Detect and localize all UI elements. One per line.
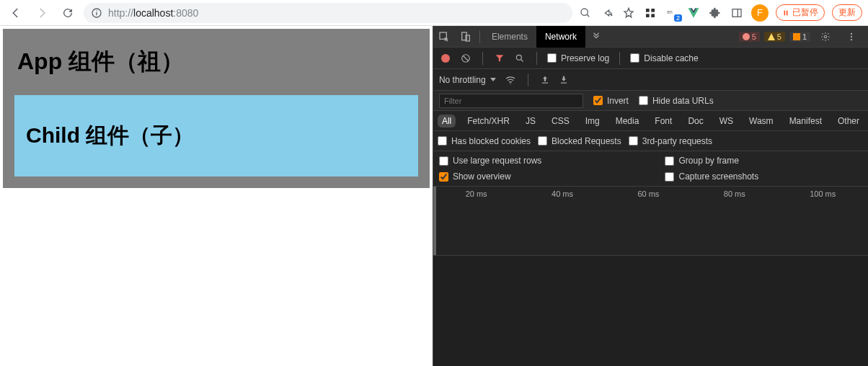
svg-rect-6 [651,9,655,12]
network-toolbar: Preserve log Disable cache [433,48,868,69]
upload-har-icon[interactable] [540,75,550,85]
devtools-tabbar: Elements Network 5 5 1 [433,26,868,48]
blocked-requests-checkbox[interactable]: Blocked Requests [538,136,621,146]
type-media[interactable]: Media [611,115,644,128]
type-css[interactable]: CSS [547,115,574,128]
reload-button[interactable] [58,3,78,23]
type-img[interactable]: Img [581,115,604,128]
back-button[interactable] [6,3,26,23]
search-icon[interactable] [513,52,526,65]
type-all[interactable]: All [438,115,456,128]
clear-icon[interactable] [459,52,472,65]
svg-point-3 [581,9,588,15]
side-panel-icon[interactable] [730,6,744,20]
svg-text:en: en [667,9,673,14]
more-tabs-icon[interactable] [585,26,607,48]
child-title: Child 组件（子） [26,121,407,151]
type-js[interactable]: JS [521,115,540,128]
svg-rect-8 [651,14,655,17]
page-viewport: App 组件（祖） Child 组件（子） [0,26,433,366]
svg-rect-7 [646,14,650,17]
child-component: Child 组件（子） [14,95,418,177]
type-other[interactable]: Other [833,115,864,128]
filter-input[interactable] [439,94,583,108]
tick-label: 100 ms [810,189,836,198]
svg-point-17 [743,33,750,40]
svg-rect-12 [784,10,786,15]
inspect-icon[interactable] [433,26,455,48]
extension-grid-icon[interactable] [643,6,657,20]
pause-icon [782,9,789,17]
type-ws[interactable]: WS [715,115,738,128]
debugger-paused-chip[interactable]: 已暂停 [776,4,825,21]
group-frame-checkbox[interactable]: Group by frame [665,156,862,166]
svg-rect-28 [542,82,548,83]
record-button[interactable] [439,52,452,65]
settings-gear-icon[interactable] [815,26,836,48]
svg-line-4 [587,14,589,17]
type-doc[interactable]: Doc [683,115,707,128]
share-icon[interactable] [600,6,614,20]
svg-rect-10 [732,9,741,17]
extensions-icon[interactable] [708,6,722,20]
tick-label: 60 ms [637,189,659,198]
type-wasm[interactable]: Wasm [745,115,778,128]
third-party-checkbox[interactable]: 3rd-party requests [629,136,712,146]
throttling-select[interactable]: No throttling [439,75,496,85]
svg-point-25 [516,55,521,60]
type-manifest[interactable]: Manifest [785,115,826,128]
svg-line-24 [463,55,468,61]
profile-avatar[interactable]: F [751,4,769,22]
browser-toolbar: http://localhost:8080 en F 已暂停 更新 [0,0,868,26]
request-list-empty [433,256,868,366]
error-badge[interactable]: 5 [739,32,760,42]
large-rows-checkbox[interactable]: Use large request rows [439,156,637,166]
blocked-filter-row: Has blocked cookies Blocked Requests 3rd… [433,131,868,151]
preserve-log-checkbox[interactable]: Preserve log [547,53,609,63]
show-overview-checkbox[interactable]: Show overview [439,171,637,182]
bookmark-star-icon[interactable] [621,6,636,20]
invert-checkbox[interactable]: Invert [593,96,629,106]
translate-icon[interactable]: en [665,6,679,20]
more-menu-icon[interactable] [841,26,862,48]
update-chip[interactable]: 更新 [832,4,862,21]
display-options: Use large request rows Show overview Gro… [433,151,868,187]
device-toggle-icon[interactable] [455,26,477,48]
hide-data-urls-checkbox[interactable]: Hide data URLs [639,96,714,106]
svg-rect-29 [561,82,567,83]
address-bar[interactable]: http://localhost:8080 [84,3,572,23]
info-badge[interactable]: 1 [789,32,810,42]
type-font[interactable]: Font [650,115,676,128]
svg-point-27 [510,83,510,84]
tick-label: 40 ms [552,189,573,198]
svg-point-22 [851,38,852,40]
capture-screenshots-checkbox[interactable]: Capture screenshots [665,171,862,182]
forward-button[interactable] [32,3,52,23]
warning-badge[interactable]: 5 [764,32,785,42]
info-icon [91,7,102,19]
disable-cache-checkbox[interactable]: Disable cache [630,53,698,63]
throttling-toolbar: No throttling [433,69,868,91]
svg-line-26 [521,59,523,61]
timeline-overview[interactable]: 20 ms 40 ms 60 ms 80 ms 100 ms [433,187,868,256]
tick-label: 80 ms [724,189,745,198]
wifi-icon[interactable] [505,74,516,86]
tick-label: 20 ms [466,189,487,198]
tab-network[interactable]: Network [536,26,585,48]
resource-type-filter: All Fetch/XHR JS CSS Img Media Font Doc … [433,111,868,131]
vue-devtools-icon[interactable] [686,6,701,20]
app-title: App 组件（祖） [17,46,418,78]
url-text: http://localhost:8080 [108,7,198,19]
blocked-cookies-checkbox[interactable]: Has blocked cookies [438,136,531,146]
svg-rect-13 [787,10,788,15]
filter-icon[interactable] [493,52,506,65]
devtools-panel: Elements Network 5 5 1 Preserve log Disa… [433,26,868,366]
zoom-icon[interactable] [578,6,593,20]
svg-rect-18 [793,33,800,40]
download-har-icon[interactable] [559,75,569,85]
tab-elements[interactable]: Elements [483,26,536,48]
svg-point-20 [851,32,852,34]
svg-point-2 [96,10,97,11]
type-fetchxhr[interactable]: Fetch/XHR [463,115,514,128]
svg-point-21 [851,35,852,37]
